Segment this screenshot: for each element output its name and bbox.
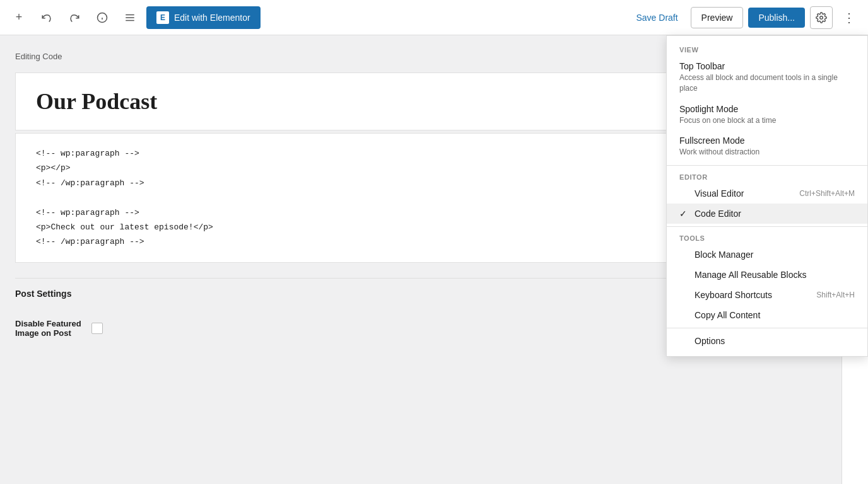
edit-elementor-label: Edit with Elementor bbox=[174, 13, 250, 23]
menu-item-manage-reusable-blocks[interactable]: Manage All Reusable Blocks bbox=[667, 265, 867, 285]
editor-section-label: Editor bbox=[667, 168, 867, 183]
redo-button[interactable] bbox=[63, 6, 86, 29]
block-manager-title: Block Manager bbox=[695, 250, 855, 260]
copy-all-content-title: Copy All Content bbox=[695, 310, 855, 320]
divider-3 bbox=[667, 328, 867, 328]
spotlight-mode-desc: Focus on one block at a time bbox=[679, 115, 855, 126]
menu-item-top-toolbar[interactable]: Top Toolbar Access all block and documen… bbox=[667, 56, 867, 99]
keyboard-shortcuts-title: Keyboard Shortcuts bbox=[695, 290, 811, 300]
info-button[interactable] bbox=[91, 6, 114, 29]
manage-reusable-blocks-title: Manage All Reusable Blocks bbox=[695, 270, 855, 280]
publish-button[interactable]: Publish... bbox=[748, 8, 805, 28]
menu-item-keyboard-shortcuts[interactable]: Keyboard Shortcuts Shift+Alt+H bbox=[667, 285, 867, 305]
editing-code-label: Editing Code bbox=[15, 52, 62, 61]
preview-button[interactable]: Preview bbox=[691, 7, 744, 28]
toolbar-left: + E Edit with Elementor bbox=[8, 6, 623, 29]
keyboard-shortcuts-shortcut: Shift+Alt+H bbox=[816, 291, 855, 299]
visual-editor-shortcut: Ctrl+Shift+Alt+M bbox=[799, 189, 855, 198]
menu-item-code-editor[interactable]: ✓ Code Editor bbox=[667, 204, 867, 224]
menu-item-copy-all-content[interactable]: Copy All Content bbox=[667, 305, 867, 325]
top-toolbar-title: Top Toolbar bbox=[679, 61, 855, 71]
svg-point-6 bbox=[820, 16, 823, 19]
divider-2 bbox=[667, 226, 867, 227]
list-view-button[interactable] bbox=[119, 6, 141, 29]
save-draft-button[interactable]: Save Draft bbox=[628, 8, 685, 28]
menu-item-visual-editor[interactable]: Visual Editor Ctrl+Shift+Alt+M bbox=[667, 183, 867, 204]
disable-featured-label: Disable FeaturedImage on Post bbox=[15, 319, 81, 338]
edit-elementor-button[interactable]: E Edit with Elementor bbox=[146, 6, 261, 29]
code-editor-title: Code Editor bbox=[695, 209, 855, 219]
options-title: Options bbox=[695, 336, 855, 346]
menu-item-options[interactable]: Options bbox=[667, 331, 867, 351]
post-settings-label: Post Settings bbox=[15, 289, 71, 299]
disable-featured-checkbox[interactable] bbox=[91, 323, 103, 334]
code-editor-check: ✓ bbox=[679, 209, 689, 219]
toolbar-right: Save Draft Preview Publish... ⋮ bbox=[628, 6, 860, 29]
fullscreen-mode-desc: Work without distraction bbox=[679, 147, 855, 158]
visual-editor-title: Visual Editor bbox=[695, 188, 794, 199]
dropdown-menu: View Top Toolbar Access all block and do… bbox=[666, 35, 868, 357]
settings-button[interactable] bbox=[810, 6, 833, 29]
elementor-icon: E bbox=[156, 11, 169, 24]
divider-1 bbox=[667, 165, 867, 166]
add-button[interactable]: + bbox=[8, 6, 30, 29]
menu-item-spotlight-mode[interactable]: Spotlight Mode Focus on one block at a t… bbox=[667, 99, 867, 131]
top-toolbar-desc: Access all block and document tools in a… bbox=[679, 72, 855, 94]
tools-section-label: Tools bbox=[667, 229, 867, 245]
undo-button[interactable] bbox=[35, 6, 58, 29]
fullscreen-mode-title: Fullscreen Mode bbox=[679, 135, 855, 146]
top-bar: + E Edit with Elementor Save Draft Previ… bbox=[0, 0, 868, 35]
visual-editor-check bbox=[679, 188, 689, 199]
more-options-button[interactable]: ⋮ bbox=[838, 6, 860, 29]
view-section-label: View bbox=[667, 41, 867, 56]
spotlight-mode-title: Spotlight Mode bbox=[679, 104, 855, 114]
menu-item-block-manager[interactable]: Block Manager bbox=[667, 245, 867, 265]
menu-item-fullscreen-mode[interactable]: Fullscreen Mode Work without distraction bbox=[667, 130, 867, 163]
